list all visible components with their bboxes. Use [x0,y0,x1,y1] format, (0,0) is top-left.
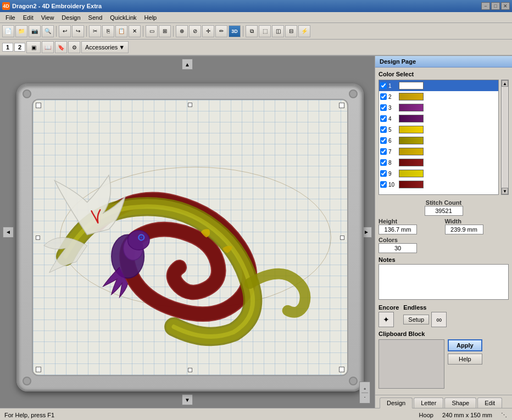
encore-controls: ✦ [379,312,394,327]
color-list[interactable]: 1 2 3 4 [379,80,499,195]
tab-design[interactable]: Design [380,397,413,408]
open-button[interactable]: 📁 [15,25,27,37]
hoop-inner [32,99,348,376]
new-button[interactable]: 📄 [2,25,14,37]
btn-extra5[interactable]: ⚡ [298,25,310,37]
tab-edit[interactable]: Edit [477,397,502,408]
color-row-6[interactable]: 6 [379,135,498,146]
menu-design[interactable]: Design [58,13,84,22]
search-button[interactable]: 🔍 [42,25,54,37]
corner-screw-br [349,377,358,385]
zoom-separator [361,393,368,393]
apply-button[interactable]: Apply [448,339,482,351]
color-checkbox-10[interactable] [380,181,387,188]
zoom-control[interactable]: + - [359,382,370,404]
color-row-2[interactable]: 2 [379,91,498,102]
toolbar-secondary: 1 2 ▣ 📖 🔖 ⚙ Accessories ▼ [0,40,512,55]
btn-extra3[interactable]: ◫ [272,25,284,37]
select-btn[interactable]: ⊘ [189,25,201,37]
tb2-btn1[interactable]: ▣ [26,41,41,53]
view-btn[interactable]: ⊞ [159,25,171,37]
svg-point-5 [140,237,142,239]
color-checkbox-7[interactable] [380,148,387,155]
color-scrollbar[interactable]: ▲ ▼ [501,80,509,195]
title-bar: 4D Dragon2 - 4D Embroidery Extra − □ ✕ [0,0,512,12]
tb2-btn2[interactable]: 📖 [42,41,54,53]
color-row-10[interactable]: 10 [379,179,498,190]
tab-letter[interactable]: Letter [414,397,443,408]
resize-grip[interactable]: ⋱ [501,412,508,418]
svg-point-3 [128,231,149,250]
btn-extra4[interactable]: ⊟ [285,25,297,37]
endless-label: Endless [403,304,426,311]
setup-button[interactable]: Setup [403,315,429,324]
color-scroll-up[interactable]: ▲ [502,80,508,87]
tb2-btn4[interactable]: ⚙ [68,41,80,53]
hoop-label: Hoop [419,412,433,418]
color-row-1[interactable]: 1 [379,80,498,91]
accessories-button[interactable]: Accessories ▼ [81,41,129,53]
canvas-area: ▲ ▼ ◄ ► [0,56,375,408]
camera-button[interactable]: 📷 [29,25,41,37]
color-checkbox-5[interactable] [380,126,387,133]
tab-shape[interactable]: Shape [444,397,476,408]
color-checkbox-1[interactable] [380,82,387,89]
encore-icon[interactable]: ✦ [379,312,394,327]
color-row-4[interactable]: 4 [379,113,498,124]
color-select-label: Color Select [379,71,509,77]
stitch-btn2[interactable]: ↪ [72,25,84,37]
menu-view[interactable]: View [38,13,58,22]
scissors-btn[interactable]: ✂ [89,25,101,37]
color-checkbox-2[interactable] [380,93,387,100]
corner-screw-bl [23,377,31,385]
panel-content: Color Select 1 2 [375,68,512,395]
btn-extra1[interactable]: ⧉ [246,25,258,37]
maximize-button[interactable]: □ [491,2,500,10]
color-swatch-2 [399,93,424,100]
zoom-in-icon[interactable]: + [364,387,366,391]
notes-textarea[interactable] [379,264,509,300]
color-row-3[interactable]: 3 [379,102,498,113]
menu-edit[interactable]: Edit [20,13,37,22]
scroll-up-arrow[interactable]: ▲ [182,59,193,70]
color-checkbox-4[interactable] [380,115,387,122]
color-row-5[interactable]: 5 [379,124,498,135]
delete-btn[interactable]: ✕ [129,25,141,37]
move-btn[interactable]: ✛ [202,25,214,37]
tb2-btn3[interactable]: 🔖 [55,41,67,53]
paste-btn[interactable]: 📋 [115,25,127,37]
color-swatch-1 [399,82,424,89]
close-button[interactable]: ✕ [501,2,510,10]
menu-quicklink[interactable]: QuickLink [107,13,140,22]
color-row-9[interactable]: 9 [379,168,498,179]
color-checkbox-8[interactable] [380,159,387,166]
scroll-down-arrow[interactable]: ▼ [182,394,193,405]
color-swatch-4 [399,115,424,122]
menu-file[interactable]: File [2,13,19,22]
color-row-8[interactable]: 8 [379,157,498,168]
main-area: ▲ ▼ ◄ ► [0,56,512,408]
help-button[interactable]: Help [448,354,482,365]
menu-bar: File Edit View Design Send QuickLink Hel… [0,12,512,23]
endless-icon[interactable]: ∞ [431,312,447,327]
color-row-7[interactable]: 7 [379,146,498,157]
minimize-button[interactable]: − [481,2,490,10]
color-scroll-down[interactable]: ▼ [502,188,508,194]
rect-btn[interactable]: ▭ [146,25,158,37]
toolbar-main: 📄 📁 📷 🔍 ↩ ↪ ✂ ⎘ 📋 ✕ ▭ ⊞ ⊕ ⊘ ✛ ✏ 3D ⧉ ⬚ ◫… [0,23,512,40]
zoom-out-icon[interactable]: - [364,394,366,399]
mode-label-2: 2 [14,43,25,52]
zoom-btn[interactable]: ⊕ [176,25,188,37]
color-checkbox-3[interactable] [380,104,387,111]
scroll-left-arrow[interactable]: ◄ [3,227,14,238]
btn-extra2[interactable]: ⬚ [259,25,271,37]
stitch-count-value: 39521 [425,206,463,216]
menu-help[interactable]: Help [141,13,160,22]
stitch-btn1[interactable]: ↩ [59,25,71,37]
copy-btn[interactable]: ⎘ [102,25,114,37]
color-checkbox-9[interactable] [380,170,387,177]
menu-send[interactable]: Send [85,13,106,22]
color-checkbox-6[interactable] [380,137,387,144]
3d-btn[interactable]: 3D [229,25,241,37]
pencil-btn[interactable]: ✏ [215,25,227,37]
